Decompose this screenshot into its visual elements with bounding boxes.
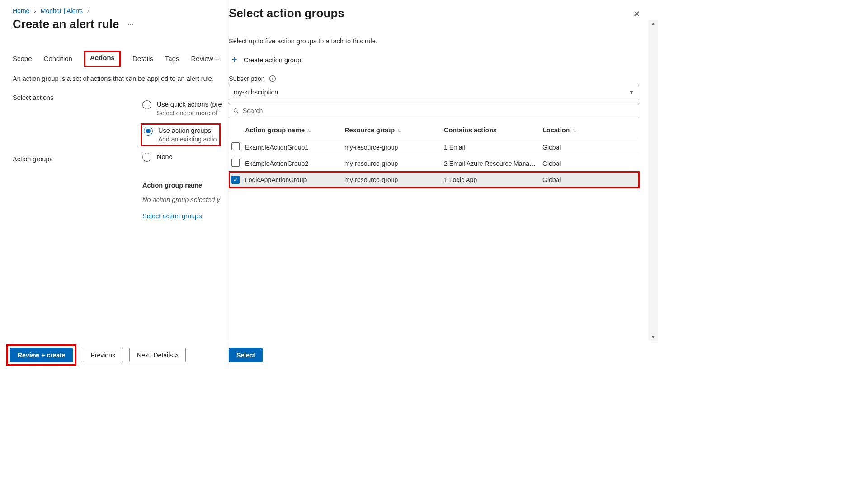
scroll-up-icon[interactable]: ▲ bbox=[651, 20, 656, 27]
radio-use-action-groups-sublabel: Add an existing actio bbox=[158, 136, 217, 143]
scrollbar[interactable]: ▲ ▼ bbox=[648, 20, 658, 341]
select-button[interactable]: Select bbox=[229, 348, 263, 362]
radio-none-label: None bbox=[157, 153, 173, 160]
radio-quick-actions-sublabel: Select one or more of bbox=[157, 109, 217, 117]
breadcrumb-monitor-alerts[interactable]: Monitor | Alerts bbox=[41, 7, 83, 14]
row-checkbox[interactable] bbox=[231, 159, 240, 167]
previous-button[interactable]: Previous bbox=[83, 348, 123, 362]
tab-condition[interactable]: Condition bbox=[44, 52, 72, 67]
breadcrumb-home[interactable]: Home bbox=[13, 7, 29, 14]
wizard-tabs: Scope Condition Actions Details Tags Rev… bbox=[13, 52, 222, 67]
cell-contains-actions: 2 Email Azure Resource Mana… bbox=[444, 160, 542, 167]
chevron-right-icon: › bbox=[85, 7, 92, 14]
review-create-button[interactable]: Review + create bbox=[10, 348, 73, 362]
cell-location: Global bbox=[542, 176, 615, 183]
subscription-value: my-subscription bbox=[234, 89, 278, 96]
create-action-group-link[interactable]: + Create action group bbox=[229, 55, 301, 65]
review-create-highlight: Review + create bbox=[6, 344, 76, 366]
col-header-name[interactable]: Action group name↑↓ bbox=[245, 127, 344, 134]
row-checkbox[interactable]: ✓ bbox=[231, 176, 240, 184]
cell-location: Global bbox=[542, 160, 615, 167]
tab-scope[interactable]: Scope bbox=[13, 52, 32, 67]
chevron-right-icon: › bbox=[31, 7, 39, 14]
cell-location: Global bbox=[542, 144, 615, 151]
radio-quick-actions-label: Use quick actions (pre bbox=[157, 101, 222, 108]
subscription-select[interactable]: my-subscription ▼ bbox=[229, 85, 639, 99]
radio-none[interactable] bbox=[142, 153, 151, 162]
tab-description: An action group is a set of actions that… bbox=[13, 75, 222, 82]
sort-icon: ↑↓ bbox=[397, 127, 400, 133]
create-alert-rule-page: Home › Monitor | Alerts › Create an aler… bbox=[0, 0, 222, 369]
more-actions-icon[interactable]: ··· bbox=[127, 19, 134, 29]
table-header: Action group name↑↓ Resource group↑↓ Con… bbox=[229, 121, 639, 139]
scroll-down-icon[interactable]: ▼ bbox=[651, 333, 656, 341]
panel-subtext: Select up to five action groups to attac… bbox=[229, 38, 645, 45]
col-header-resource-group[interactable]: Resource group↑↓ bbox=[344, 127, 444, 134]
table-row[interactable]: ExampleActionGroup2my-resource-group2 Em… bbox=[229, 155, 639, 172]
col-header-location[interactable]: Location↑↓ bbox=[542, 127, 615, 134]
svg-line-1 bbox=[237, 112, 238, 113]
col-header-contains-actions[interactable]: Contains actions bbox=[444, 127, 542, 134]
page-title: Create an alert rule bbox=[13, 17, 119, 31]
search-input[interactable]: Search bbox=[229, 104, 639, 117]
cell-contains-actions: 1 Email bbox=[444, 144, 542, 151]
next-details-button[interactable]: Next: Details > bbox=[129, 348, 186, 362]
tab-details[interactable]: Details bbox=[132, 52, 153, 67]
cell-action-group-name: ExampleActionGroup1 bbox=[245, 144, 344, 151]
plus-icon: + bbox=[232, 55, 237, 65]
tab-review-create[interactable]: Review + bbox=[191, 52, 219, 67]
chevron-down-icon: ▼ bbox=[629, 89, 634, 95]
sort-icon: ↑↓ bbox=[307, 127, 310, 133]
svg-point-0 bbox=[234, 108, 237, 112]
radio-quick-actions[interactable] bbox=[142, 100, 151, 109]
tab-tags[interactable]: Tags bbox=[165, 52, 179, 67]
cell-action-group-name: ExampleActionGroup2 bbox=[245, 160, 344, 167]
cell-contains-actions: 1 Logic App bbox=[444, 176, 542, 183]
row-checkbox[interactable] bbox=[231, 142, 240, 150]
info-icon[interactable]: i bbox=[269, 75, 276, 82]
panel-title: Select action groups bbox=[229, 6, 344, 20]
close-icon[interactable]: ✕ bbox=[633, 6, 645, 19]
table-row[interactable]: ✓LogicAppActionGroupmy-resource-group1 L… bbox=[229, 172, 639, 188]
cell-resource-group: my-resource-group bbox=[344, 144, 444, 151]
table-row[interactable]: ExampleActionGroup1my-resource-group1 Em… bbox=[229, 139, 639, 155]
radio-use-action-groups-label: Use action groups bbox=[158, 127, 211, 134]
subscription-label: Subscription bbox=[229, 75, 265, 82]
search-icon bbox=[233, 108, 239, 114]
select-action-groups-panel: Select action groups ✕ Select up to five… bbox=[229, 0, 658, 369]
cell-action-group-name: LogicAppActionGroup bbox=[245, 176, 344, 183]
select-action-groups-link[interactable]: Select action groups bbox=[142, 212, 202, 220]
cell-resource-group: my-resource-group bbox=[344, 160, 444, 167]
search-placeholder: Search bbox=[243, 107, 263, 114]
panel-footer: Select bbox=[229, 341, 658, 369]
action-groups-table: Action group name↑↓ Resource group↑↓ Con… bbox=[229, 121, 639, 188]
create-action-group-label: Create action group bbox=[244, 56, 301, 64]
sort-icon: ↑↓ bbox=[572, 127, 575, 133]
breadcrumb: Home › Monitor | Alerts › bbox=[13, 5, 222, 14]
cell-resource-group: my-resource-group bbox=[344, 176, 444, 183]
radio-use-action-groups[interactable] bbox=[144, 127, 153, 136]
tab-actions[interactable]: Actions bbox=[84, 51, 121, 67]
